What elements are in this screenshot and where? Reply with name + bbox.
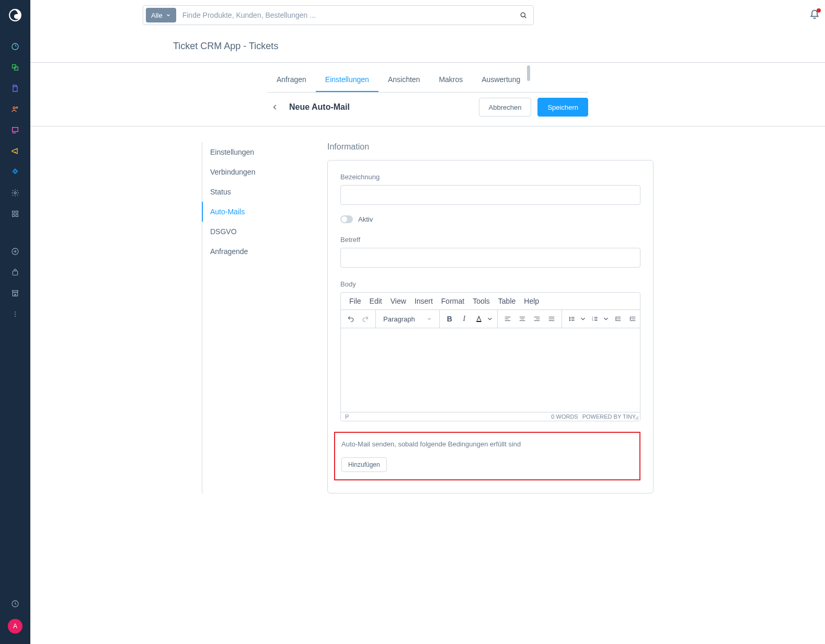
chevron-down-icon — [166, 13, 171, 18]
nav-more-icon[interactable] — [10, 309, 20, 319]
side-item-status[interactable]: Status — [202, 182, 312, 202]
undo-icon — [347, 315, 354, 323]
svg-point-17 — [15, 316, 16, 317]
italic-icon: I — [463, 315, 465, 323]
side-item-verbindungen[interactable]: Verbindungen — [202, 162, 312, 182]
editor-bold-button[interactable]: B — [443, 312, 456, 326]
nav-extensions-icon[interactable] — [10, 167, 20, 177]
search-input[interactable] — [176, 11, 513, 19]
editor-redo-button[interactable] — [359, 312, 372, 326]
side-item-anfragende[interactable]: Anfragende — [202, 242, 312, 261]
align-center-icon — [519, 315, 526, 323]
svg-point-19 — [521, 13, 525, 17]
editor-indent-button[interactable] — [626, 312, 639, 326]
chevron-down-icon — [427, 316, 432, 321]
editor-align-right-button[interactable] — [530, 312, 544, 326]
brand-logo[interactable] — [0, 0, 30, 30]
editor-menu-insert[interactable]: Insert — [411, 296, 436, 306]
input-bezeichnung[interactable] — [340, 185, 640, 205]
main-sidebar: A — [0, 0, 30, 644]
side-item-dsgvo[interactable]: DSGVO — [202, 222, 312, 242]
editor-menubar: FileEditViewInsertFormatToolsTableHelp — [341, 293, 640, 310]
nav-dashboard-icon[interactable] — [10, 42, 20, 51]
editor-align-center-button[interactable] — [515, 312, 529, 326]
editor-align-left-button[interactable] — [501, 312, 514, 326]
nav-orders-icon[interactable] — [10, 84, 20, 93]
editor-bullet-list-dropdown[interactable] — [579, 312, 587, 326]
svg-rect-11 — [16, 214, 18, 216]
editor-resize-handle[interactable] — [634, 415, 639, 420]
editor-path: P — [345, 413, 349, 420]
align-justify-icon — [548, 315, 555, 323]
indent-icon — [629, 315, 636, 323]
editor-menu-view[interactable]: View — [387, 296, 409, 306]
editor-block-format-select[interactable]: Paragraph — [379, 312, 436, 326]
svg-point-16 — [15, 314, 16, 315]
editor-menu-file[interactable]: File — [346, 296, 364, 306]
cancel-button[interactable]: Abbrechen — [479, 98, 532, 117]
save-button[interactable]: Speichern — [537, 98, 588, 117]
nav-help-icon[interactable] — [10, 599, 20, 608]
editor-textcolor-dropdown[interactable] — [486, 312, 494, 326]
editor-numbered-list-dropdown[interactable] — [602, 312, 610, 326]
editor-menu-format[interactable]: Format — [438, 296, 467, 306]
search-button[interactable] — [513, 5, 533, 25]
svg-point-7 — [14, 192, 16, 194]
editor-menu-table[interactable]: Table — [495, 296, 519, 306]
editor-menu-edit[interactable]: Edit — [366, 296, 385, 306]
rich-text-editor: FileEditViewInsertFormatToolsTableHelp P… — [340, 292, 640, 421]
notifications-button[interactable] — [809, 9, 820, 21]
editor-outdent-button[interactable] — [611, 312, 625, 326]
editor-word-count: 0 WORDS — [551, 413, 578, 420]
nav-bag-icon[interactable] — [10, 268, 20, 277]
editor-bullet-list-button[interactable] — [565, 312, 579, 326]
back-button[interactable] — [267, 99, 283, 115]
action-header: Neue Auto-Mail Abbrechen Speichern — [267, 98, 588, 117]
nav-customers-icon[interactable] — [10, 105, 20, 114]
page-title: Ticket CRM App - Tickets — [30, 30, 825, 62]
bold-icon: B — [447, 315, 452, 323]
tab-auswertung[interactable]: Auswertung — [472, 68, 530, 92]
svg-rect-9 — [16, 211, 18, 213]
editor-content-area[interactable] — [341, 328, 640, 412]
nav-add-icon[interactable] — [10, 247, 20, 256]
tab-ansichten[interactable]: Ansichten — [379, 68, 429, 92]
tab-einstellungen[interactable]: Einstellungen — [316, 68, 379, 92]
tab-makros[interactable]: Makros — [429, 68, 472, 92]
editor-textcolor-button[interactable] — [472, 312, 486, 326]
redo-icon — [362, 315, 369, 323]
svg-rect-10 — [13, 214, 15, 216]
editor-menu-help[interactable]: Help — [521, 296, 542, 306]
avatar[interactable]: A — [8, 619, 22, 634]
bullet-list-icon — [568, 315, 576, 323]
align-right-icon — [533, 315, 541, 323]
editor-align-justify-button[interactable] — [545, 312, 558, 326]
svg-point-5 — [16, 107, 18, 108]
nav-store-icon[interactable] — [10, 289, 20, 298]
editor-undo-button[interactable] — [344, 312, 358, 326]
nav-apps-icon[interactable] — [10, 209, 20, 218]
editor-numbered-list-button[interactable]: 123 — [588, 312, 602, 326]
nav-content-icon[interactable] — [10, 125, 20, 135]
chevron-down-icon — [486, 315, 494, 323]
side-item-einstellungen[interactable]: Einstellungen — [202, 142, 312, 162]
editor-italic-button[interactable]: I — [457, 312, 471, 326]
nav-marketing-icon[interactable] — [10, 146, 20, 156]
editor-menu-tools[interactable]: Tools — [469, 296, 493, 306]
global-search: Alle — [143, 5, 534, 25]
svg-rect-13 — [13, 271, 17, 275]
scrollbar-thumb[interactable] — [527, 65, 530, 81]
svg-point-21 — [569, 317, 570, 318]
add-condition-button[interactable]: Hinzufügen — [341, 457, 387, 472]
side-item-auto-mails[interactable]: Auto-Mails — [202, 202, 312, 222]
nav-catalogues-icon[interactable] — [10, 63, 20, 72]
form-card: Bezeichnung Aktiv Betreff Body — [327, 160, 654, 493]
nav-settings-icon[interactable] — [10, 188, 20, 198]
tab-anfragen[interactable]: Anfragen — [267, 68, 316, 92]
search-filter-dropdown[interactable]: Alle — [146, 8, 176, 22]
input-betreff[interactable] — [340, 248, 640, 268]
svg-rect-20 — [476, 321, 481, 322]
chevron-left-icon — [271, 104, 279, 111]
toggle-aktiv[interactable] — [340, 215, 353, 223]
editor-toolbar: Paragraph B I — [341, 310, 640, 328]
